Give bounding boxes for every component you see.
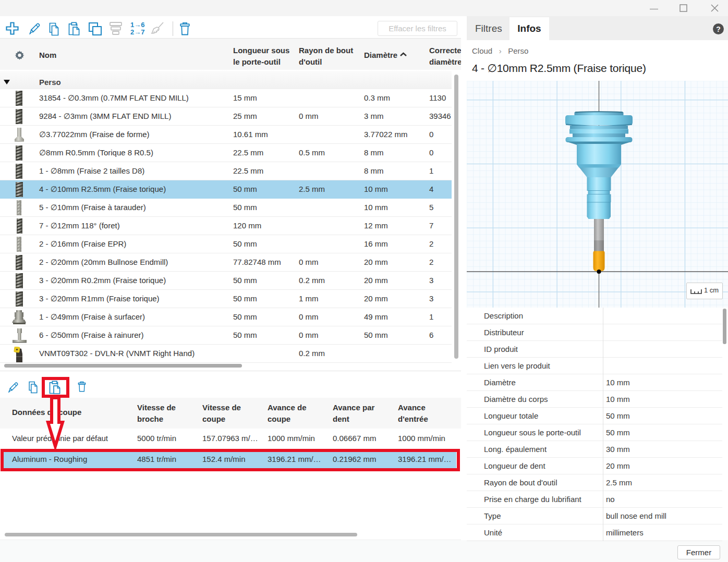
svg-text:?: ? (716, 25, 721, 33)
